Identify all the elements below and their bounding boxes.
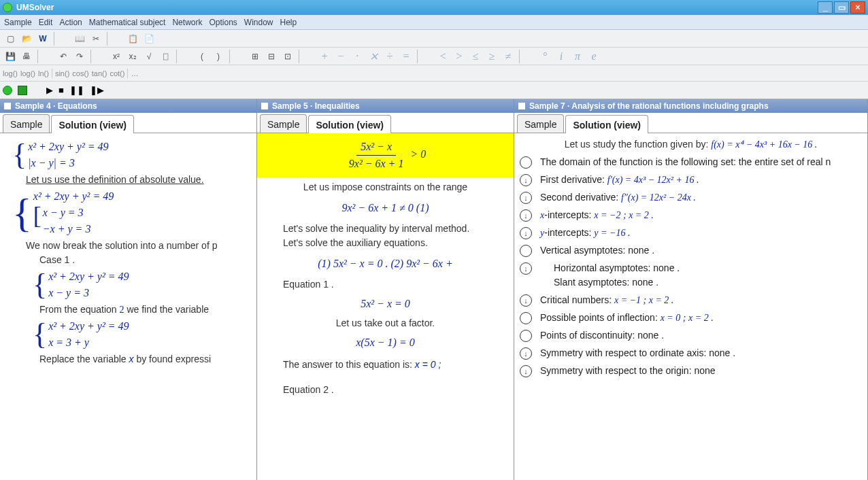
pane-header-7[interactable]: Sample 7 · Analysis of the rational func… bbox=[514, 99, 867, 113]
pause-icon[interactable]: ❚❚ bbox=[69, 85, 84, 95]
circle-icon[interactable] bbox=[520, 330, 532, 342]
table-icon[interactable]: ⊡ bbox=[280, 50, 295, 63]
paren-l-icon[interactable]: ( bbox=[195, 50, 210, 63]
text: Symmetry with respect to ordinate axis: … bbox=[540, 346, 735, 360]
expand-down-icon[interactable]: ↓ bbox=[520, 227, 532, 239]
menu-mathematical-subject[interactable]: Mathematical subject bbox=[89, 18, 166, 27]
expand-down-icon[interactable]: ↓ bbox=[520, 365, 532, 377]
frac-icon[interactable]: ⎕ bbox=[158, 50, 173, 63]
maximize-button[interactable]: ▭ bbox=[834, 1, 849, 14]
paren-r-icon[interactable]: ) bbox=[211, 50, 226, 63]
eq: y = −16 . bbox=[594, 228, 630, 238]
cos-func[interactable]: cos() bbox=[72, 69, 88, 78]
tab-sample-7[interactable]: Sample bbox=[517, 114, 564, 133]
gte-icon[interactable]: ≥ bbox=[484, 50, 499, 63]
menu-edit[interactable]: Edit bbox=[39, 18, 53, 27]
menu-help[interactable]: Help bbox=[280, 18, 297, 27]
word-icon[interactable]: W bbox=[35, 32, 50, 46]
menu-options[interactable]: Options bbox=[209, 18, 237, 27]
tan-func[interactable]: tan() bbox=[92, 69, 107, 78]
text: Let's solve the inequality by interval m… bbox=[283, 222, 508, 236]
toolbar-playback: ▶ ■ ❚❚ ❚▶ bbox=[0, 82, 868, 99]
app-logo bbox=[3, 3, 12, 12]
lte-icon[interactable]: ≤ bbox=[468, 50, 483, 63]
plus-icon[interactable]: + bbox=[317, 50, 332, 63]
div-icon[interactable]: ÷ bbox=[382, 50, 397, 63]
expand-down-icon[interactable]: ↓ bbox=[520, 209, 532, 222]
logb-func[interactable]: log() bbox=[20, 69, 35, 78]
paste-icon[interactable]: 📄 bbox=[141, 32, 156, 46]
eq: 9x² − 6x + 1 ≠ 0 (1) bbox=[263, 200, 508, 216]
pane-header-4[interactable]: Sample 4 · Equations bbox=[0, 99, 256, 113]
minus-icon[interactable]: − bbox=[333, 50, 348, 63]
log-func[interactable]: log() bbox=[3, 69, 18, 78]
eq: x = −1 ; x = 2 . bbox=[614, 295, 673, 305]
e-icon[interactable]: e bbox=[586, 50, 601, 63]
expand-down-icon[interactable]: ↓ bbox=[520, 174, 532, 186]
content-4: { x² + 2xy + y² = 49 |x − y| = 3 Let us … bbox=[0, 133, 256, 480]
i-icon[interactable]: i bbox=[554, 50, 569, 63]
sqrt-icon[interactable]: √ bbox=[141, 50, 156, 63]
book-icon[interactable]: 📖 bbox=[72, 32, 87, 46]
ln-func[interactable]: ln() bbox=[38, 69, 49, 78]
circle-icon[interactable] bbox=[520, 245, 532, 257]
close-button[interactable]: × bbox=[850, 1, 865, 14]
cut-icon[interactable]: ✂ bbox=[88, 32, 103, 46]
menu-window[interactable]: Window bbox=[244, 18, 273, 27]
save-icon[interactable]: 💾 bbox=[3, 50, 18, 63]
text: Critical numbers: bbox=[540, 294, 614, 305]
menu-network[interactable]: Network bbox=[172, 18, 202, 27]
neq-icon[interactable]: ≠ bbox=[501, 50, 516, 63]
stop-icon[interactable]: ■ bbox=[59, 85, 64, 95]
dot-icon[interactable]: · bbox=[350, 50, 365, 63]
new-icon[interactable]: ▢ bbox=[3, 32, 18, 46]
matrix-icon[interactable]: ⊞ bbox=[248, 50, 263, 63]
sin-func[interactable]: sin() bbox=[55, 69, 69, 78]
pane-header-5[interactable]: Sample 5 · Inequalities bbox=[257, 99, 514, 113]
circle-icon[interactable] bbox=[520, 156, 532, 169]
menu-sample[interactable]: Sample bbox=[4, 18, 32, 27]
tab-solution-4[interactable]: Solution (view) bbox=[51, 115, 134, 133]
app-title: UMSolver bbox=[16, 3, 54, 12]
cross-icon[interactable]: ⨯ bbox=[366, 50, 381, 63]
sub-icon[interactable]: x₂ bbox=[125, 50, 140, 63]
step-icon[interactable]: ❚▶ bbox=[90, 85, 104, 95]
open-icon[interactable]: 📂 bbox=[19, 32, 34, 46]
text: Replace the variable bbox=[39, 354, 129, 364]
lt-icon[interactable]: < bbox=[435, 50, 450, 63]
text: by found expressi bbox=[134, 354, 212, 364]
degree-icon[interactable]: ° bbox=[537, 50, 552, 63]
tab-sample-5[interactable]: Sample bbox=[260, 114, 307, 133]
more-func[interactable]: … bbox=[131, 69, 138, 78]
eq: x² + 2xy + y² = 49 bbox=[33, 190, 114, 202]
redo-icon[interactable]: ↷ bbox=[72, 50, 87, 63]
tab-solution-5[interactable]: Solution (view) bbox=[308, 115, 391, 133]
minimize-button[interactable]: _ bbox=[818, 1, 833, 14]
expand-down-icon[interactable]: ↓ bbox=[520, 192, 532, 204]
stop-record-icon[interactable] bbox=[18, 86, 27, 95]
play-icon[interactable]: ▶ bbox=[46, 85, 53, 95]
expand-down-icon[interactable]: ↓ bbox=[520, 262, 532, 275]
menu-action[interactable]: Action bbox=[59, 18, 82, 27]
expand-down-icon[interactable]: ↓ bbox=[520, 347, 532, 360]
eq: > 0 bbox=[407, 148, 426, 160]
eq-icon[interactable]: = bbox=[399, 50, 414, 63]
gt-icon[interactable]: > bbox=[452, 50, 467, 63]
undo-icon[interactable]: ↶ bbox=[56, 50, 71, 63]
text: We now break the solution into a number … bbox=[26, 239, 251, 253]
tab-sample-4[interactable]: Sample bbox=[3, 114, 50, 133]
pane-sample-4: Sample 4 · Equations Sample Solution (vi… bbox=[0, 99, 257, 480]
eq: |x − y| = 3 bbox=[28, 157, 75, 169]
tab-solution-7[interactable]: Solution (view) bbox=[565, 115, 648, 133]
pane-title-5: Sample 5 · Inequalities bbox=[272, 101, 360, 111]
print-icon[interactable]: 🖶 bbox=[19, 50, 34, 63]
cot-func[interactable]: cot() bbox=[110, 69, 124, 78]
copy-icon[interactable]: 📋 bbox=[125, 32, 140, 46]
pi-icon[interactable]: π bbox=[570, 50, 585, 63]
circle-icon[interactable] bbox=[520, 312, 532, 324]
expand-down-icon[interactable]: ↓ bbox=[520, 294, 532, 307]
record-icon[interactable] bbox=[3, 86, 12, 95]
grid-icon[interactable]: ⊟ bbox=[264, 50, 279, 63]
eq: x − y = 3 bbox=[43, 207, 84, 218]
sup-icon[interactable]: x² bbox=[109, 50, 124, 63]
